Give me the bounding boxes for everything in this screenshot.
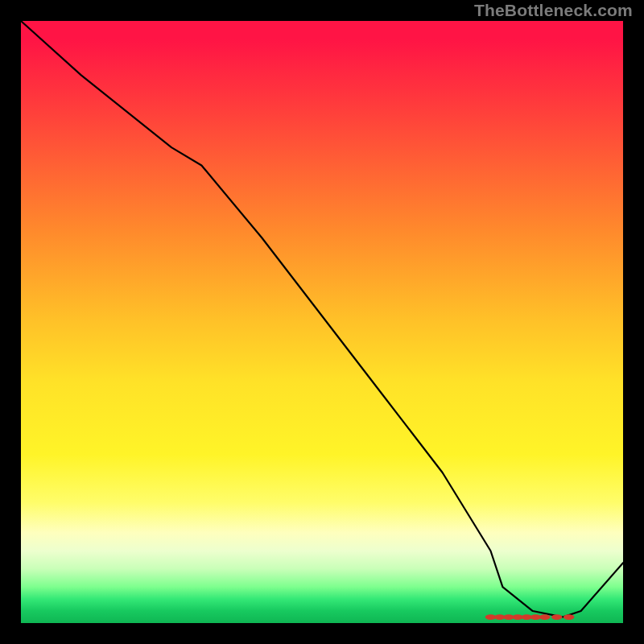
optimal-range-markers: [485, 614, 575, 620]
chart-svg: [21, 21, 623, 623]
bottleneck-curve-line: [21, 21, 623, 617]
chart-frame: TheBottleneck.com: [0, 0, 644, 644]
optimal-marker: [539, 614, 550, 620]
watermark-text: TheBottleneck.com: [474, 1, 633, 20]
optimal-marker: [551, 614, 562, 620]
plot-area: [21, 21, 623, 623]
optimal-marker: [564, 614, 574, 620]
